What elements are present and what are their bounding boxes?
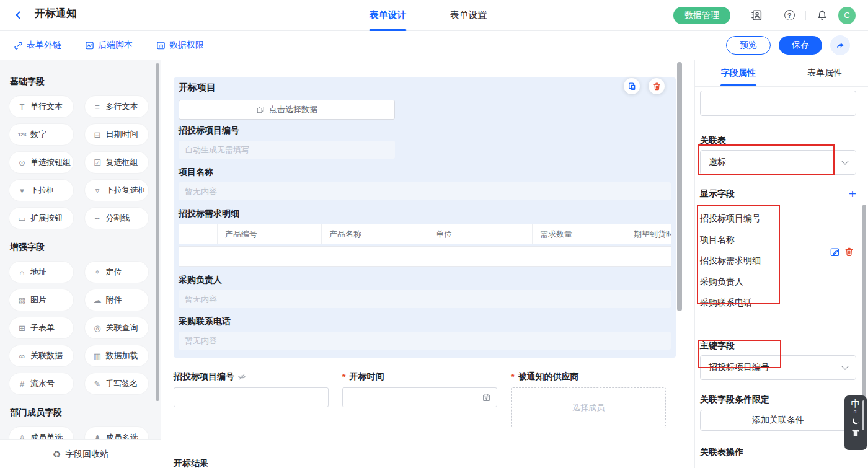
form-external-link[interactable]: 表单外链 [14,40,61,51]
linked-query-icon: ◎ [93,324,102,333]
copy-field-button[interactable] [624,78,640,94]
recycle-icon: ♻ [53,449,61,460]
form-canvas: 开标项目 点击选择数据 招投标项目编号 自动生成无需填写 项目名称 暂无内容 招… [161,60,694,468]
checkbox-group-icon: ☑ [93,158,102,167]
project-number-field[interactable] [174,387,329,407]
field-pill-data-load[interactable]: ▥数据加载 [84,345,149,367]
field-label: 开标结果 [174,458,676,468]
table-header-cell [179,224,218,244]
bid-result-field: 开标结果 名次 供应商 最终得分 [174,458,676,468]
field-pill-checkbox-group[interactable]: ☑复选框组 [84,151,149,174]
project-number-input[interactable]: 自动生成无需填写 [179,141,395,159]
detail-table-empty-row [179,246,671,267]
field-pill-datetime[interactable]: ⊟日期时间 [84,123,149,146]
delete-field-button[interactable] [649,78,665,94]
add-display-field-button[interactable]: + [849,188,856,200]
open-time-date-field[interactable] [342,387,497,407]
data-load-icon: ▥ [93,351,102,361]
multi-select-icon: ▿ [93,186,102,195]
display-field-item[interactable]: 采购联系电话 [700,293,856,314]
preview-button[interactable]: 预览 [726,36,771,55]
condition-label: 关联字段条件限定 [700,394,856,405]
field-pill-extend-button[interactable]: ▭扩展按钮 [9,207,74,229]
active-tab-underline [720,84,756,86]
select-member-box[interactable]: 选择成员 [511,387,666,428]
primary-key-select[interactable]: 招投标项目编号 [700,355,856,380]
contacts-icon[interactable] [750,9,763,22]
panel-tabs: 字段属性 表单属性 [695,60,868,87]
purchase-phone-input[interactable]: 暂无内容 [179,332,671,350]
field-pill-signature[interactable]: ✎手写签名 [84,373,149,395]
help-icon[interactable]: ? [782,9,796,22]
field-pill-serial-number[interactable]: #流水号 [9,373,74,395]
radio-group-icon: ⊙ [17,158,27,167]
linked-table-label: 关联表 [700,135,856,146]
copy-icon [627,82,637,91]
panel-scrollbar[interactable] [862,205,866,397]
form-field-row: 招投标项目编号 *开标时间 *被通知 [174,371,676,428]
tab-form-settings[interactable]: 表单设置 [450,0,487,31]
required-mark: * [511,372,514,382]
tab-form-design[interactable]: 表单设计 [370,0,407,31]
field-label: 招投标需求明细 [179,208,671,219]
attachment-icon: ☁ [93,296,102,305]
selected-linked-data-field[interactable]: 开标项目 点击选择数据 招投标项目编号 自动生成无需填写 项目名称 暂无内容 招… [174,77,676,358]
chevron-down-icon [841,363,848,369]
tab-field-properties[interactable]: 字段属性 [695,60,782,86]
field-pill-multi-select[interactable]: ▿下拉复选框 [84,179,149,201]
field-pill-linked-query[interactable]: ◎关联查询 [84,317,149,339]
ime-mode-mark: ɔ’ [854,409,858,415]
field-pill-single-line-text[interactable]: T单行文本 [9,95,74,118]
image-icon: ▧ [17,296,27,305]
purchase-manager-input[interactable]: 暂无内容 [179,290,671,308]
save-button[interactable]: 保存 [779,36,822,55]
divider [740,11,740,20]
notification-bell-icon[interactable] [815,9,829,22]
select-data-button[interactable]: 点击选择数据 [179,100,395,120]
sub-toolbar-actions: 预览 保存 [726,35,850,55]
skin-shirt-icon[interactable] [851,428,861,438]
field-recycle-bin[interactable]: ♻字段回收站 [0,439,161,468]
field-pill-radio-group[interactable]: ⊙单选按钮组 [9,151,74,174]
display-fields-list: 招投标项目编号 项目名称 招投标需求明细 采购负责人 采购联系电话 [700,208,856,314]
display-field-item[interactable]: 招投标项目编号 [700,208,856,229]
page-title[interactable]: 开标通知 [33,6,81,24]
project-number-column: 招投标项目编号 [174,371,329,428]
field-pill-location[interactable]: ⌖定位 [84,261,149,283]
main-tabs: 表单设计 表单设置 [370,0,487,31]
canvas-scrollbar[interactable] [677,62,682,311]
display-field-item[interactable]: 采购负责人 [700,272,856,293]
dark-mode-moon-icon[interactable] [851,417,861,426]
field-pill-subform[interactable]: ⊞子表单 [9,317,74,339]
data-manage-button[interactable]: 数据管理 [673,7,730,24]
backend-script-link[interactable]: 后端脚本 [85,40,133,51]
sidebar-scrollbar[interactable] [156,63,159,401]
back-button[interactable] [12,9,26,22]
table-header-cell: 单位 [428,224,533,244]
edit-display-fields-button[interactable] [830,247,840,257]
ime-toolbar[interactable]: 中 ɔ’ [844,395,867,450]
field-pill-image[interactable]: ▧图片 [9,289,74,311]
field-pill-attachment[interactable]: ☁附件 [84,289,149,311]
field-pill-select[interactable]: ▾下拉框 [9,179,74,201]
field-pill-divider[interactable]: ╌分割线 [84,207,149,229]
field-title-input[interactable] [700,91,856,116]
project-name-input[interactable]: 暂无内容 [179,182,671,200]
field-pill-multi-line-text[interactable]: ≡多行文本 [84,95,149,118]
data-permission-link[interactable]: 数据权限 [156,40,204,51]
linked-table-select[interactable]: 邀标 [700,150,856,175]
select-data-icon [256,105,265,114]
field-pill-address[interactable]: ⌂地址 [9,261,74,283]
serial-number-icon: # [17,379,27,389]
tab-form-properties[interactable]: 表单属性 [782,60,868,86]
add-condition-button[interactable]: 添加关联条件 [700,410,856,431]
share-button[interactable] [830,35,850,55]
field-pill-number[interactable]: 123数字 [9,123,74,146]
divider-icon: ╌ [93,214,102,223]
user-avatar[interactable]: C [838,7,856,24]
calendar-icon [482,393,491,402]
field-pill-linked-data[interactable]: ∞关联数据 [9,345,74,367]
top-bar: 开标通知 表单设计 表单设置 数据管理 ? [0,0,868,31]
delete-display-fields-button[interactable] [844,247,854,257]
link-icon [14,41,23,50]
